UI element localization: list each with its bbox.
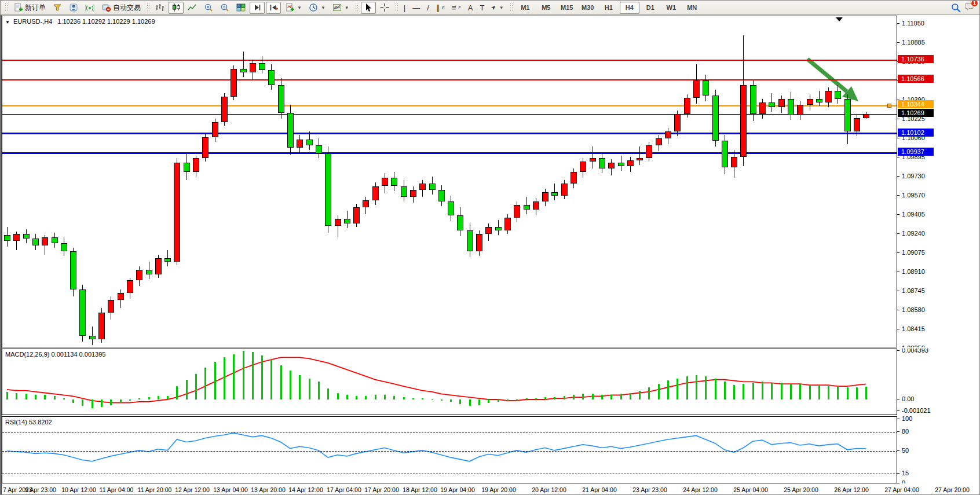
timeframe-d1-button[interactable]: D1: [641, 2, 660, 14]
arrows-tool-button[interactable]: ➤▼: [488, 2, 506, 14]
price-axis[interactable]: 1.110501.108851.107201.105551.103901.102…: [897, 16, 980, 347]
candle-wick: [819, 91, 820, 106]
macd-axis[interactable]: 0.0043930.00-0.001021: [897, 349, 980, 415]
periods-icon: [309, 3, 318, 12]
trendline-tool-button[interactable]: /: [424, 2, 432, 14]
trendline-icon: /: [427, 4, 429, 12]
text-label-tool-button[interactable]: T: [477, 2, 488, 14]
candle: [476, 234, 482, 251]
price-tick-label: 1.08415: [902, 325, 925, 332]
macd-histogram-bar: [498, 399, 499, 402]
toolbar-grip[interactable]: [510, 3, 513, 12]
candle: [259, 63, 265, 70]
rsi-tick: [897, 473, 899, 474]
new-order-button[interactable]: 新订单: [10, 2, 49, 14]
tile-windows-button[interactable]: [233, 2, 248, 14]
zoom-out-button[interactable]: [217, 2, 232, 14]
candle: [533, 201, 539, 210]
equidistant-channel-tool-button[interactable]: ∥E: [433, 2, 448, 14]
candle: [684, 98, 690, 114]
auto-scroll-button[interactable]: [250, 2, 265, 14]
time-axis-label: 23 Apr 23:00: [632, 486, 667, 493]
zoom-in-button[interactable]: [201, 2, 216, 14]
macd-histogram-bar: [346, 395, 348, 399]
timeframe-h4-button[interactable]: H4: [620, 2, 639, 14]
chart-shift-button[interactable]: [266, 2, 281, 14]
macd-plot[interactable]: MACD(12,26,9) 0.001134 0.001395: [2, 349, 897, 415]
macd-histogram-bar: [790, 384, 792, 399]
horizontal-line-tool-button[interactable]: —: [409, 2, 423, 14]
toolbar-grip[interactable]: [147, 3, 149, 12]
vertical-line-tool-button[interactable]: |: [401, 2, 408, 14]
macd-histogram-bar: [290, 371, 291, 399]
price-level-badge: 1.10269: [898, 109, 934, 117]
timeframe-m15-button[interactable]: M15: [557, 2, 577, 14]
toolbar-grip[interactable]: [355, 3, 358, 12]
macd-histogram-bar: [25, 394, 27, 399]
arrows-icon: ➤: [490, 3, 498, 11]
notifications[interactable]: 1: [964, 2, 975, 14]
macd-histogram-bar: [639, 391, 641, 399]
text-tool-button[interactable]: A: [465, 2, 476, 14]
templates-dropdown[interactable]: ▼: [330, 2, 352, 14]
macd-histogram-bar: [92, 399, 93, 408]
timeframe-m5-button[interactable]: M5: [536, 2, 556, 14]
signal-button[interactable]: [82, 2, 97, 14]
auto-trading-button[interactable]: 自动交易: [98, 2, 144, 14]
cursor-icon: [364, 3, 373, 12]
candle: [13, 234, 20, 241]
horizontal-level-line[interactable]: [2, 133, 897, 134]
funnel-button[interactable]: [50, 2, 65, 14]
profile-button[interactable]: [66, 2, 81, 14]
candlestick-chart-button[interactable]: [169, 2, 184, 14]
cursor-button[interactable]: [361, 2, 376, 14]
candle: [42, 237, 48, 245]
price-tick: [897, 291, 899, 291]
crosshair-button[interactable]: [377, 2, 392, 14]
bar-chart-button[interactable]: [152, 2, 167, 14]
macd-histogram-bar: [44, 395, 46, 399]
toolbar-grip[interactable]: [5, 3, 8, 12]
price-tick-label: 1.09730: [902, 173, 925, 179]
rsi-axis[interactable]: 1008050150: [897, 416, 980, 483]
time-axis-label: 27 Apr 20:00: [935, 486, 970, 493]
rsi-plot[interactable]: RSI(14) 53.8202: [2, 416, 897, 483]
timeframe-m1-button[interactable]: M1: [515, 2, 535, 14]
toolbar-grip[interactable]: [395, 3, 398, 12]
fibonacci-tool-button[interactable]: ≡F: [449, 2, 464, 14]
macd-histogram-bar: [828, 386, 829, 399]
candle: [325, 153, 331, 225]
periods-dropdown[interactable]: ▼: [306, 2, 328, 14]
search-icon[interactable]: [951, 3, 961, 13]
timeframe-mn-button[interactable]: MN: [682, 2, 702, 14]
horizontal-level-line[interactable]: [2, 60, 897, 61]
macd-histogram-bar: [818, 385, 820, 399]
indicators-dropdown[interactable]: ▼: [282, 2, 305, 14]
mt4-window: 新订单: [0, 0, 980, 495]
macd-histogram-bar: [752, 383, 754, 399]
timeframe-w1-button[interactable]: W1: [661, 2, 681, 14]
candle: [61, 243, 67, 251]
chart-shift-marker-icon[interactable]: [836, 17, 843, 21]
macd-histogram-bar: [564, 396, 565, 399]
line-chart-button[interactable]: [185, 2, 200, 14]
macd-histogram-bar: [781, 383, 782, 399]
timeframe-m30-button[interactable]: M30: [578, 2, 598, 14]
macd-histogram-bar: [422, 398, 423, 399]
price-tick: [897, 23, 899, 24]
macd-histogram-bar: [148, 397, 150, 399]
price-level-badge: 1.10344: [898, 100, 934, 108]
toolbar: 新订单: [1, 1, 980, 15]
timeframe-h1-button[interactable]: H1: [599, 2, 619, 14]
horizontal-level-line[interactable]: [2, 152, 897, 154]
price-plot[interactable]: ▼ EURUSD-,H4 1.10236 1.10292 1.10229 1.1…: [2, 16, 897, 347]
collapse-triangle-icon[interactable]: ▼: [5, 20, 10, 25]
macd-histogram-bar: [365, 396, 367, 399]
line-drag-handle[interactable]: [887, 104, 891, 108]
candle: [363, 200, 369, 207]
rsi-level-line: [2, 432, 897, 432]
zoom-in-icon: [204, 3, 213, 12]
candle: [202, 137, 209, 158]
time-axis[interactable]: 7 Apr 20239 Apr 23:0010 Apr 12:0011 Apr …: [2, 483, 980, 495]
horizontal-level-line[interactable]: [2, 79, 897, 80]
